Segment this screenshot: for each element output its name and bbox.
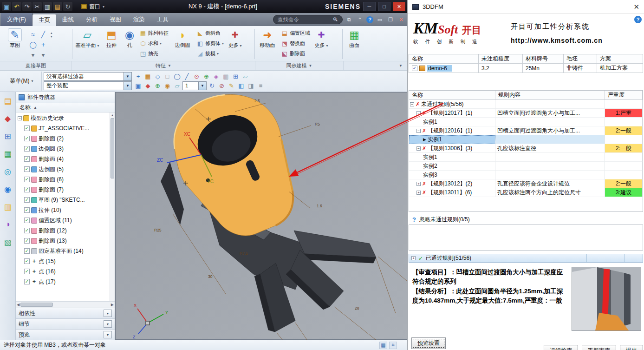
selection-scope-combo[interactable]: 整个装配▼ bbox=[44, 81, 132, 90]
expand-icon[interactable]: + bbox=[416, 182, 421, 186]
instance-row[interactable]: 实例1 bbox=[409, 153, 495, 162]
more-curve-dropdown-icon[interactable]: ▾ bbox=[28, 50, 38, 60]
tab-视图[interactable]: 视图 bbox=[104, 13, 127, 26]
trim-body-button[interactable]: ◧修剪体▾ bbox=[195, 39, 225, 48]
surface-button[interactable]: ▦ 曲面 bbox=[344, 27, 364, 50]
cut-icon[interactable]: ✂ bbox=[33, 2, 42, 11]
part-row-name-cell[interactable]: ✓demo-6 bbox=[409, 64, 479, 73]
more-sketch-dropdown-icon[interactable]: ▾ bbox=[38, 50, 48, 60]
vertex-snap-icon[interactable]: ◈ bbox=[212, 72, 221, 81]
tree-item[interactable]: ✓偏置区域 (11) bbox=[16, 215, 109, 225]
rule-row-name[interactable]: −✗【规则12017】(1) bbox=[409, 109, 495, 118]
command-search-input[interactable]: 查找命令 🔍︎ bbox=[273, 15, 343, 24]
sketch-tools-scroll[interactable]: ▴▾ bbox=[49, 27, 54, 42]
feature-checkbox[interactable]: ✓ bbox=[24, 177, 30, 182]
tree-item[interactable]: −模型历史记录 bbox=[16, 113, 109, 123]
constraint-navigator-icon[interactable]: ⊞ bbox=[3, 131, 13, 141]
circle-snap-icon[interactable]: ◯ bbox=[173, 72, 182, 81]
type-filter-icon[interactable]: ▣ bbox=[134, 81, 143, 90]
tree-item[interactable]: ✓边倒圆 (5) bbox=[16, 164, 109, 174]
navigator-horizontal-scrollbar[interactable]: ◀ ▶ bbox=[16, 301, 115, 308]
group-label-feature[interactable]: 特征▼ bbox=[72, 61, 255, 70]
window-search-icon[interactable]: ⧉ bbox=[345, 15, 353, 24]
tab-工具[interactable]: 工具 bbox=[151, 13, 175, 26]
maximize-button[interactable]: □ bbox=[378, 2, 390, 11]
rule-row-name[interactable]: +✗【规则13011】(6) bbox=[409, 188, 495, 197]
assembly-navigator-icon[interactable]: ◆ bbox=[3, 113, 13, 124]
minimize-ribbon-icon[interactable]: ⌃ bbox=[356, 15, 364, 24]
move-face-button[interactable]: ➜ 移动面 bbox=[256, 27, 279, 50]
minimize-button[interactable]: ─ bbox=[363, 2, 376, 11]
tree-item[interactable]: ✓边倒圆 (3) bbox=[16, 144, 109, 154]
passed-rules-bar[interactable]: + ✓ 已通过规则(51/56) bbox=[409, 254, 643, 263]
tree-item[interactable]: ✓删除面 (7) bbox=[16, 185, 109, 195]
collapse-icon[interactable]: − bbox=[416, 129, 421, 133]
mdi-close-icon[interactable]: ✕ bbox=[397, 15, 405, 24]
menu-button[interactable]: 菜单(M)▾ bbox=[2, 72, 42, 91]
collapse-icon[interactable]: − bbox=[416, 146, 421, 151]
rule-row-name[interactable]: −✗【规则13006】(3) bbox=[409, 144, 495, 153]
panel-bar-相依性[interactable]: 相依性▼ bbox=[16, 308, 115, 318]
feature-checkbox[interactable]: ✓ bbox=[24, 248, 30, 254]
tree-item[interactable]: ✓+点 (16) bbox=[16, 266, 109, 277]
web-browser-icon[interactable]: ▥ bbox=[3, 202, 13, 212]
delete-face-button[interactable]: ⬕删除面 bbox=[280, 49, 312, 59]
tree-item[interactable]: ✓删除面 (13) bbox=[16, 236, 109, 246]
offset-region-button[interactable]: ⬓偏置区域 bbox=[280, 28, 312, 38]
navigator-vertical-scrollbar[interactable]: ▲ bbox=[110, 112, 115, 301]
mdi-minimize-icon[interactable]: ▭ bbox=[376, 15, 384, 24]
chamfer-button[interactable]: ◣倒斜角 bbox=[195, 28, 225, 38]
window-menu[interactable]: 窗口 ▾ bbox=[78, 3, 108, 11]
assembly-filter-icon[interactable]: ◆ bbox=[143, 81, 152, 90]
tab-曲线[interactable]: 曲线 bbox=[56, 13, 80, 26]
highlight-icon[interactable]: ◉ bbox=[163, 81, 172, 90]
tab-渲染[interactable]: 渲染 bbox=[127, 13, 151, 26]
count-combo[interactable]: 1▼ bbox=[182, 81, 207, 90]
sketch-button[interactable]: ✎ 草图 bbox=[3, 27, 27, 50]
repeat-command-icon[interactable]: ↻ bbox=[63, 2, 72, 11]
list-icon[interactable]: ≡ bbox=[256, 81, 265, 90]
point-icon[interactable]: + bbox=[38, 40, 48, 50]
scroll-left-icon[interactable]: ◀ bbox=[17, 303, 20, 307]
instance-row[interactable]: 实例1 bbox=[409, 118, 495, 126]
tree-item[interactable]: ✓+点 (17) bbox=[16, 277, 109, 287]
collapse-icon[interactable]: − bbox=[416, 111, 421, 115]
chevron-down-icon[interactable]: ▼ bbox=[104, 331, 112, 338]
draft-button[interactable]: ◢拔模▾ bbox=[195, 49, 225, 59]
feature-checkbox[interactable]: ✓ bbox=[24, 207, 30, 213]
tab-主页[interactable]: 主页 bbox=[33, 14, 56, 26]
feature-checkbox[interactable]: ✓ bbox=[24, 228, 30, 233]
preview-settings-button[interactable]: 预览设置 bbox=[411, 337, 446, 349]
tree-item[interactable]: ✓+点 (15) bbox=[16, 256, 109, 266]
line-icon[interactable]: ╱ bbox=[38, 29, 48, 40]
part-navigator-icon[interactable]: ▦ bbox=[3, 149, 13, 159]
help-icon[interactable]: ? bbox=[366, 16, 373, 23]
tab-分析[interactable]: 分析 bbox=[80, 13, 104, 26]
group-label-direct-sketch[interactable]: 直接草图 bbox=[0, 61, 72, 70]
datum-plane-button[interactable]: ▱ 基准平面 ▾ bbox=[74, 27, 101, 50]
circle-icon[interactable]: ◯ bbox=[28, 40, 38, 50]
extrude-button[interactable]: ⬒ 拉伸 bbox=[102, 27, 121, 50]
run-check-button[interactable]: 运行检查 bbox=[544, 345, 578, 350]
rule-row-name[interactable]: −✗【规则12016】(1) bbox=[409, 126, 495, 135]
quadrant-snap-icon[interactable]: ⊕ bbox=[202, 72, 211, 81]
feature-checkbox[interactable]: ✓ bbox=[24, 238, 30, 244]
tree-item[interactable]: ✓固定基准平面 (14) bbox=[16, 246, 109, 256]
instance-row[interactable]: 实例2 bbox=[409, 162, 495, 171]
selection-filter-combo[interactable]: 没有选择过滤器▼ bbox=[44, 72, 132, 81]
handle-icon[interactable]: ◇ bbox=[153, 72, 162, 81]
tree-item[interactable]: ✓JT_ASSOCIATIVE... bbox=[16, 123, 109, 133]
rectangle-select-icon[interactable]: □ bbox=[163, 72, 172, 81]
edge-blend-button[interactable]: ◗ 边倒圆 bbox=[171, 27, 194, 50]
tree-item[interactable]: ✓删除面 (6) bbox=[16, 174, 109, 185]
feature-more-button[interactable]: ✚ 更多 ▾ bbox=[226, 27, 244, 50]
feature-checkbox[interactable]: ✓ bbox=[24, 146, 30, 152]
tree-item[interactable]: ✓删除面 (2) bbox=[16, 133, 109, 144]
collapse-icon[interactable]: − bbox=[410, 102, 414, 106]
hole-button[interactable]: ◉ 孔 bbox=[122, 27, 137, 50]
paste-icon[interactable]: ▤ bbox=[53, 2, 62, 11]
feature-checkbox[interactable]: ✓ bbox=[24, 269, 30, 274]
instance-row[interactable]: ▶实例1 bbox=[409, 135, 495, 144]
face-snap-icon[interactable]: ▱ bbox=[241, 72, 250, 81]
tab-文件(F)[interactable]: 文件(F) bbox=[1, 13, 33, 26]
